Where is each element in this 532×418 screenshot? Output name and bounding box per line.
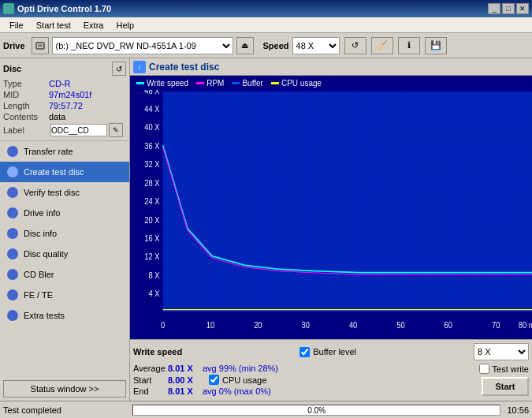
close-button[interactable]: ✕ xyxy=(516,3,529,14)
svg-text:48 X: 48 X xyxy=(144,90,160,95)
minimize-button[interactable]: _ xyxy=(488,3,500,14)
cpu-usage-row: CPU usage xyxy=(209,375,266,385)
menu-extra[interactable]: Extra xyxy=(77,19,110,32)
nav-extra-tests[interactable]: Extra tests xyxy=(0,305,129,326)
disc-section: Disc ↺ Type CD-R MID 97m24s01f Length 79… xyxy=(0,58,129,141)
stats-average-row: Average 8.01 X avg 99% (min 28%) xyxy=(133,364,467,373)
label-edit-button[interactable]: ✎ xyxy=(109,123,123,137)
stats-end-extra: avg 0% (max 0%) xyxy=(203,386,271,396)
stats-table: Average 8.01 X avg 99% (min 28%) Start 8… xyxy=(133,364,467,397)
nav-cd-bler[interactable]: CD Bler xyxy=(0,264,129,285)
stats-end-label: End xyxy=(133,386,165,396)
info-button[interactable]: ℹ xyxy=(398,37,420,54)
disc-refresh-button[interactable]: ↺ xyxy=(112,62,126,76)
svg-text:70: 70 xyxy=(492,320,500,330)
right-panel: i Create test disc Write speed RPM Buffe… xyxy=(130,58,532,401)
speed-label: Speed xyxy=(263,41,289,50)
titlebar-buttons: _ □ ✕ xyxy=(488,3,529,14)
svg-text:12 X: 12 X xyxy=(144,252,160,262)
svg-text:8 X: 8 X xyxy=(148,271,159,280)
nav-drive-info[interactable]: Drive info xyxy=(0,203,129,223)
legend-rpm-color xyxy=(196,82,204,84)
legend-write-speed: Write speed xyxy=(136,79,188,88)
disc-info-icon xyxy=(6,227,19,240)
stats-end-row: End 8.01 X avg 0% (max 0%) xyxy=(133,386,467,396)
app-icon xyxy=(3,3,14,14)
refresh-button[interactable]: ↺ xyxy=(344,37,366,54)
panel-title: Create test disc xyxy=(149,62,219,73)
svg-text:80 min: 80 min xyxy=(519,320,532,330)
disc-quality-icon xyxy=(6,248,19,260)
disc-length-row: Length 79:57.72 xyxy=(3,101,126,110)
drive-select[interactable]: (b:) _NEC DVD_RW ND-4551A 1-09 xyxy=(52,37,233,54)
disc-length-value: 79:57.72 xyxy=(49,101,83,110)
cpu-usage-checkbox[interactable] xyxy=(209,375,219,385)
nav-section: Transfer rate Create test disc Verify te… xyxy=(0,141,129,377)
statusbar: Test completed 0.0% 10:56 xyxy=(0,401,532,418)
disc-title: Disc xyxy=(3,64,21,73)
right-controls: Test write Start xyxy=(479,364,529,397)
buffer-level-checkbox[interactable] xyxy=(299,347,310,357)
verify-test-icon xyxy=(6,186,19,199)
menubar: File Start test Extra Help xyxy=(0,17,532,33)
svg-text:0: 0 xyxy=(161,320,166,330)
disc-label-label: Label xyxy=(3,125,49,135)
status-window-button[interactable]: Status window >> xyxy=(3,380,126,397)
titlebar: Opti Drive Control 1.70 _ □ ✕ xyxy=(0,0,532,17)
svg-text:i: i xyxy=(139,64,140,71)
menu-file[interactable]: File xyxy=(3,19,30,32)
start-button[interactable]: Start xyxy=(482,377,529,396)
svg-text:24 X: 24 X xyxy=(144,197,160,207)
legend-buffer: Buffer xyxy=(232,79,263,88)
disc-type-row: Type CD-R xyxy=(3,79,126,88)
disc-type-value: CD-R xyxy=(49,79,71,88)
legend-cpu: CPU usage xyxy=(271,79,322,88)
left-panel: Disc ↺ Type CD-R MID 97m24s01f Length 79… xyxy=(0,58,130,401)
write-speed-label: Write speed xyxy=(133,347,182,356)
main-content: Disc ↺ Type CD-R MID 97m24s01f Length 79… xyxy=(0,58,532,401)
maximize-button[interactable]: □ xyxy=(502,3,515,14)
nav-verify-test-disc[interactable]: Verify test disc xyxy=(0,182,129,203)
disc-contents-label: Contents xyxy=(3,112,49,121)
test-write-checkbox[interactable] xyxy=(479,364,489,374)
erase-button[interactable]: 🧹 xyxy=(371,37,393,54)
nav-disc-quality[interactable]: Disc quality xyxy=(0,244,129,264)
menu-starttest[interactable]: Start test xyxy=(30,19,77,32)
stats-average-label: Average xyxy=(133,364,165,373)
legend-buffer-color xyxy=(232,82,240,84)
chart-area: 48 X 44 X 40 X 36 X 32 X 28 X 24 X 20 X … xyxy=(130,90,532,339)
drive-label: Drive xyxy=(3,41,25,50)
test-write-row: Test write xyxy=(479,364,529,374)
disc-label-row: Label ✎ xyxy=(3,123,126,137)
stats-average-extra: avg 99% (min 28%) xyxy=(203,364,278,373)
menu-help[interactable]: Help xyxy=(110,19,140,32)
panel-header-icon: i xyxy=(133,61,146,73)
svg-text:30: 30 xyxy=(302,320,311,330)
stats-start-value: 8.00 X xyxy=(168,375,199,385)
progress-bar: 0.0% xyxy=(132,405,500,416)
speed-select2[interactable]: 8 X xyxy=(474,343,529,360)
stats-average-value: 8.01 X xyxy=(168,364,199,373)
speed-select[interactable]: 48 X xyxy=(292,37,340,54)
status-time: 10:56 xyxy=(507,405,529,415)
cpu-usage-label: CPU usage xyxy=(222,375,266,385)
nav-create-test-disc[interactable]: Create test disc xyxy=(0,162,129,182)
save-button[interactable]: 💾 xyxy=(425,37,447,54)
svg-text:50: 50 xyxy=(396,320,405,330)
disc-contents-value: data xyxy=(49,112,65,121)
svg-text:40: 40 xyxy=(349,320,358,330)
buffer-level-row: Buffer level xyxy=(299,347,356,357)
controls-row1: Write speed Buffer level 8 X xyxy=(133,343,529,360)
eject-button[interactable]: ⏏ xyxy=(236,37,254,54)
chart-svg: 48 X 44 X 40 X 36 X 32 X 28 X 24 X 20 X … xyxy=(130,90,532,339)
svg-text:28 X: 28 X xyxy=(144,178,160,188)
test-write-label: Test write xyxy=(493,364,529,374)
disc-label-input[interactable] xyxy=(50,124,107,136)
transfer-rate-icon xyxy=(6,145,19,158)
nav-fe-te[interactable]: FE / TE xyxy=(0,285,129,305)
nav-transfer-rate[interactable]: Transfer rate xyxy=(0,141,129,162)
nav-disc-info[interactable]: Disc info xyxy=(0,223,129,244)
drive-icon-btn xyxy=(32,37,49,54)
disc-contents-row: Contents data xyxy=(3,112,126,121)
chart-legend: Write speed RPM Buffer CPU usage xyxy=(130,76,532,90)
